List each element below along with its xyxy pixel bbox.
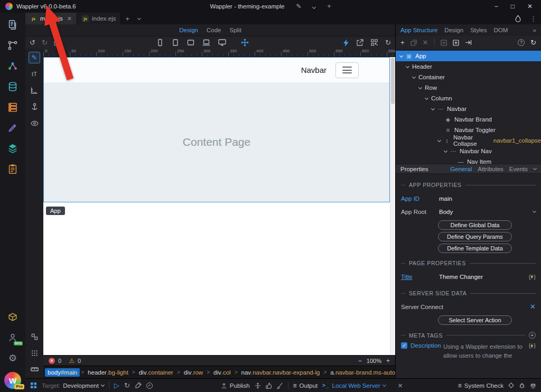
duplicate-icon[interactable] bbox=[411, 40, 417, 46]
description-value[interactable]: Using a Wappler extension to allow users… bbox=[443, 342, 526, 360]
properties-tab-attributes[interactable]: Attributes bbox=[478, 166, 503, 172]
app-id-label[interactable]: App ID bbox=[401, 195, 436, 202]
settings-gear-icon[interactable]: ⚙ bbox=[6, 351, 20, 365]
grid-dots-icon[interactable] bbox=[29, 347, 40, 359]
define-template-data-button[interactable]: Define Template Data bbox=[438, 244, 512, 253]
server-actions-icon[interactable] bbox=[6, 100, 20, 114]
refresh-icon[interactable]: ↻ bbox=[124, 381, 130, 389]
breadcrumb-item[interactable]: nav.navbar.navbar-expand-lg bbox=[238, 368, 322, 377]
tree-item-nav-item[interactable]: — Nav Item bbox=[396, 156, 541, 164]
web-server-selector[interactable]: >_ Local Web Server bbox=[322, 382, 386, 389]
error-count[interactable]: 0 bbox=[58, 358, 61, 364]
breadcrumb-item[interactable]: body#main bbox=[45, 368, 80, 377]
device-phablet-icon[interactable] bbox=[171, 39, 180, 46]
select-server-action-button[interactable]: Select Server Action bbox=[438, 315, 512, 325]
properties-tab-general[interactable]: General bbox=[450, 166, 472, 172]
more-panels-icon[interactable]: » bbox=[533, 27, 536, 33]
tab-dom[interactable]: DOM bbox=[493, 27, 508, 33]
chevron-down-icon[interactable] bbox=[418, 85, 422, 89]
new-tab-button[interactable]: + bbox=[121, 13, 134, 24]
app-selection-outline[interactable]: Navbar Content Page bbox=[43, 57, 390, 202]
tab-index-ejs[interactable]: js index.ejs bbox=[77, 13, 121, 24]
extensions-icon[interactable] bbox=[6, 310, 20, 324]
warning-icon[interactable]: ⚠ bbox=[69, 357, 74, 365]
workflows-icon[interactable] bbox=[6, 59, 20, 73]
validate-check-icon[interactable]: ✓ bbox=[146, 382, 153, 389]
chevron-down-icon[interactable] bbox=[425, 96, 428, 99]
chevron-down-icon[interactable] bbox=[406, 64, 409, 68]
tab-app-structure[interactable]: App Structure bbox=[400, 27, 437, 33]
dynamic-data-icon[interactable]: {} bbox=[529, 342, 536, 349]
collapse-properties-icon[interactable] bbox=[533, 166, 537, 170]
brush-icon[interactable] bbox=[277, 382, 283, 389]
qr-code-icon[interactable] bbox=[371, 39, 378, 46]
target-selector[interactable]: Target: Development bbox=[42, 382, 104, 389]
tree-item-navbar-toggler[interactable]: ≡ Navbar Toggler bbox=[396, 125, 541, 135]
breadcrumb-item[interactable]: a.navbar-brand.ms-auto bbox=[328, 368, 395, 377]
tab-styles[interactable]: Styles bbox=[470, 27, 487, 33]
database-icon[interactable] bbox=[6, 80, 20, 94]
tree-item-app[interactable]: ▣ App bbox=[396, 51, 541, 61]
blocks-icon[interactable] bbox=[6, 142, 20, 155]
close-button[interactable]: ✕ bbox=[527, 3, 533, 10]
chevron-down-icon[interactable] bbox=[399, 53, 403, 57]
device-tablet-icon[interactable] bbox=[186, 39, 195, 46]
canvas-scrollbar[interactable] bbox=[390, 57, 395, 355]
system-check-button[interactable]: ≡ System Check bbox=[458, 382, 503, 389]
device-desktop-icon[interactable] bbox=[218, 39, 227, 46]
clear-server-action-icon[interactable]: ✕ bbox=[530, 303, 536, 311]
device-laptop-icon[interactable] bbox=[202, 39, 211, 46]
undo-icon[interactable]: ↺ bbox=[30, 39, 35, 46]
chevron-down-icon[interactable] bbox=[431, 106, 435, 110]
navbar-brand-text[interactable]: Navbar bbox=[301, 66, 327, 74]
maximize-button[interactable]: □ bbox=[511, 3, 515, 10]
delete-component-icon[interactable]: ✕ bbox=[423, 39, 428, 46]
preview-eye-icon[interactable] bbox=[29, 117, 40, 129]
tree-item-column[interactable]: Column bbox=[396, 93, 541, 104]
zoom-in-button[interactable]: + bbox=[386, 357, 390, 365]
add-meta-tag-icon[interactable]: + bbox=[529, 332, 536, 339]
define-query-params-button[interactable]: Define Query Params bbox=[438, 232, 512, 241]
tree-item-navbar-collapse[interactable]: ↕ Navbar Collapse navbar1_collapse bbox=[396, 135, 541, 146]
close-tab-icon[interactable]: ✕ bbox=[67, 15, 72, 22]
app-root-value[interactable]: Body bbox=[439, 209, 453, 215]
description-checkbox[interactable]: ✓ bbox=[401, 342, 407, 349]
ruler-toggle-icon[interactable] bbox=[29, 363, 40, 375]
tree-item-navbar-nav[interactable]: ⋯ Navbar Nav bbox=[396, 146, 541, 156]
tree-item-row[interactable]: Row bbox=[396, 82, 541, 93]
view-mode-design[interactable]: Design bbox=[179, 27, 198, 33]
tree-item-navbar[interactable]: ⋯ Navbar bbox=[396, 104, 541, 114]
tab-list-dropdown-icon[interactable] bbox=[134, 13, 145, 24]
arrange-icon[interactable] bbox=[255, 382, 261, 389]
tree-item-header[interactable]: Header bbox=[396, 61, 541, 72]
page-title-value[interactable]: Theme Changer bbox=[439, 274, 483, 280]
measure-tool-icon[interactable] bbox=[29, 85, 40, 96]
breadcrumb-item[interactable]: div.row bbox=[181, 368, 206, 377]
chevron-down-icon[interactable] bbox=[437, 138, 441, 142]
routes-icon[interactable] bbox=[6, 39, 20, 52]
define-global-data-button[interactable]: Define Global Data bbox=[438, 220, 512, 230]
notes-icon[interactable] bbox=[6, 162, 20, 176]
project-dropdown-icon[interactable] bbox=[313, 3, 315, 10]
view-mode-code[interactable]: Code bbox=[207, 27, 221, 33]
new-project-icon[interactable]: + bbox=[327, 3, 331, 10]
publish-button[interactable]: Publish bbox=[221, 382, 250, 389]
pages-icon[interactable] bbox=[6, 18, 20, 32]
output-toggle[interactable]: ≡ Output bbox=[293, 382, 318, 389]
styles-icon[interactable] bbox=[6, 121, 20, 135]
page-navbar[interactable]: Navbar bbox=[44, 58, 389, 82]
app-id-value[interactable]: main bbox=[439, 195, 452, 202]
bug-icon[interactable] bbox=[519, 382, 525, 389]
close-output-icon[interactable]: ✕ bbox=[398, 382, 403, 389]
thumbs-up-icon[interactable] bbox=[266, 382, 272, 389]
tree-item-navbar-brand[interactable]: ◈ Navbar Brand bbox=[396, 114, 541, 125]
device-phone-icon[interactable] bbox=[156, 39, 164, 46]
error-icon[interactable]: ✕ bbox=[49, 358, 55, 364]
move-into-icon[interactable] bbox=[465, 40, 472, 45]
rendered-page[interactable]: Navbar Content Page App bbox=[43, 57, 390, 355]
content-page-text[interactable]: Content Page bbox=[183, 136, 250, 148]
wrap-component-icon[interactable] bbox=[441, 40, 447, 46]
beta-channel-icon[interactable]: Beta bbox=[6, 331, 20, 344]
edit-mode-icon[interactable]: ✎ bbox=[29, 52, 40, 63]
breadcrumb-item[interactable]: header.bg-light bbox=[85, 368, 131, 377]
